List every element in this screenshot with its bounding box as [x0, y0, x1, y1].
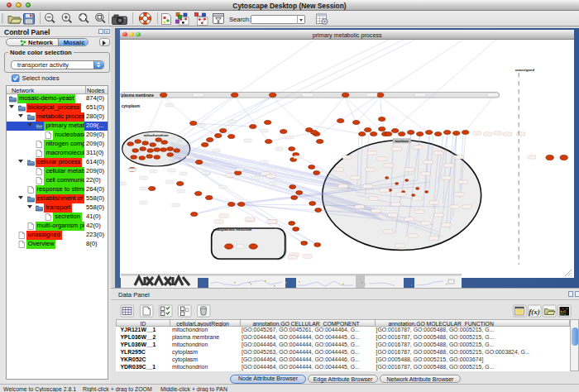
svg-text:f(x): f(x)	[529, 308, 540, 316]
